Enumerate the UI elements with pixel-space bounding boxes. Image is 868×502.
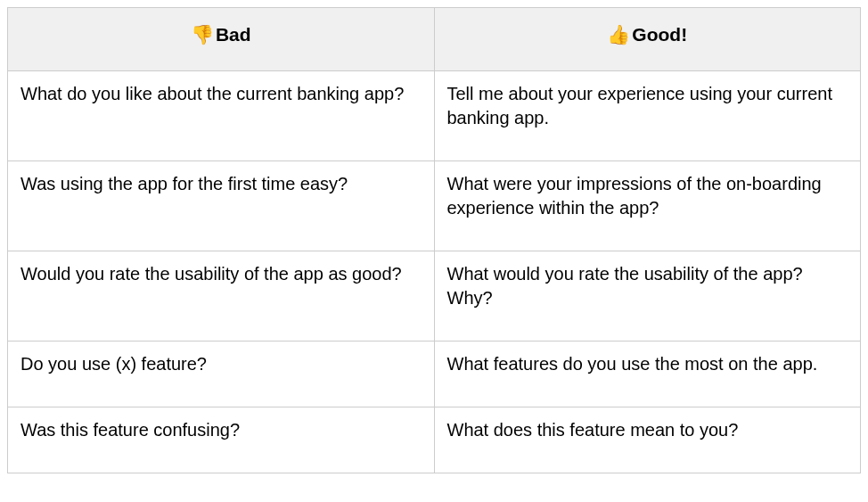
cell-good: What would you rate the usability of the…: [434, 251, 861, 342]
cell-good: What features do you use the most on the…: [434, 342, 861, 407]
cell-good: Tell me about your experience using your…: [434, 71, 861, 161]
table-header-row: 👎Bad 👍Good!: [8, 8, 861, 71]
table-row: Would you rate the usability of the app …: [8, 251, 861, 342]
thumbs-up-icon: 👍: [607, 24, 630, 45]
header-good: 👍Good!: [434, 8, 861, 71]
comparison-table: 👎Bad 👍Good! What do you like about the c…: [7, 7, 861, 473]
header-bad: 👎Bad: [8, 8, 435, 71]
header-good-label: Good!: [632, 24, 687, 45]
table-row: What do you like about the current banki…: [8, 71, 861, 161]
cell-bad: Would you rate the usability of the app …: [8, 251, 435, 342]
thumbs-down-icon: 👎: [191, 24, 214, 45]
header-bad-label: Bad: [216, 24, 251, 45]
table-row: Was this feature confusing? What does th…: [8, 407, 861, 473]
cell-good: What were your impressions of the on-boa…: [434, 161, 861, 251]
table-row: Do you use (x) feature? What features do…: [8, 342, 861, 407]
cell-bad: Was this feature confusing?: [8, 407, 435, 473]
cell-bad: Do you use (x) feature?: [8, 342, 435, 407]
cell-bad: What do you like about the current banki…: [8, 71, 435, 161]
cell-good: What does this feature mean to you?: [434, 407, 861, 473]
table-row: Was using the app for the first time eas…: [8, 161, 861, 251]
cell-bad: Was using the app for the first time eas…: [8, 161, 435, 251]
